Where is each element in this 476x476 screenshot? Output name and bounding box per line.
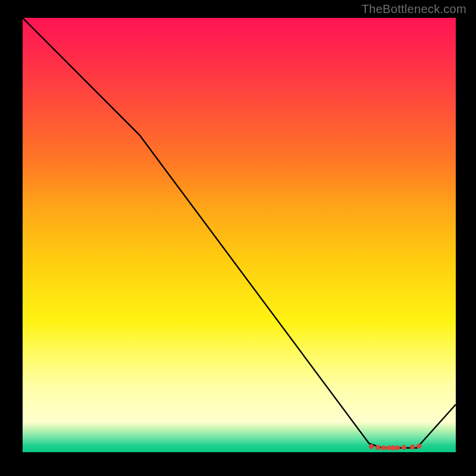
line-layer — [23, 18, 456, 452]
marker-point — [416, 444, 421, 449]
marker-point — [395, 446, 400, 450]
marker-point — [386, 446, 391, 450]
marker-point — [401, 445, 406, 450]
chart-frame: TheBottleneck.com — [0, 0, 476, 476]
marker-point — [369, 444, 374, 449]
watermark-text: TheBottleneck.com — [362, 2, 466, 16]
marker-point — [381, 446, 386, 450]
marker-point — [390, 446, 395, 450]
marker-cluster — [369, 444, 422, 450]
marker-point — [410, 444, 415, 449]
series-curve — [23, 18, 456, 448]
marker-point — [375, 445, 380, 450]
curve-path — [23, 18, 456, 448]
